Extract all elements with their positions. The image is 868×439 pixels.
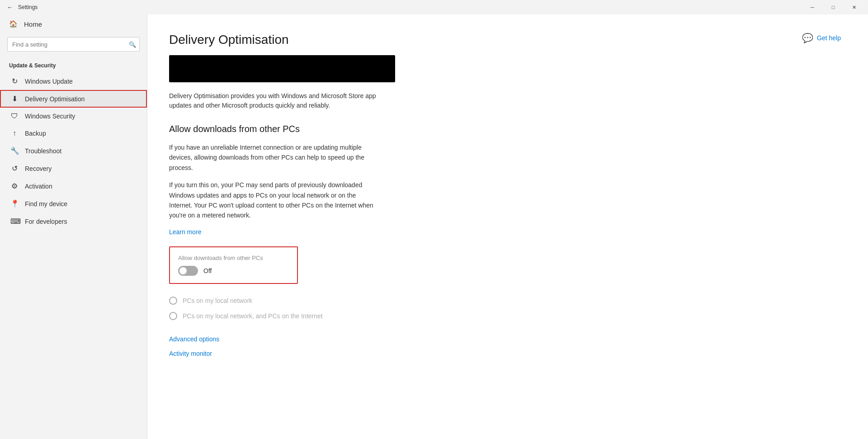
sidebar-item-find-my-device[interactable]: 📍 Find my device [0, 195, 147, 212]
window-controls: ─ □ ✕ [802, 0, 864, 14]
sidebar-item-home[interactable]: 🏠 Home [0, 14, 147, 33]
sidebar-item-activation[interactable]: ⚙ Activation [0, 177, 147, 195]
sidebar-item-label: Activation [25, 183, 52, 190]
radio-option-local[interactable]: PCs on my local network [169, 297, 846, 305]
sidebar-item-label: Backup [25, 130, 46, 137]
sidebar-item-backup[interactable]: ↑ Backup [0, 125, 147, 142]
toggle-state-label: Off [203, 267, 212, 274]
home-label: Home [24, 20, 42, 28]
back-icon: ← [7, 4, 13, 11]
toggle-knob [179, 267, 187, 274]
titlebar-title: Settings [18, 4, 38, 10]
troubleshoot-icon: 🔧 [10, 146, 19, 155]
desc-paragraph1: If you have an unreliable Internet conne… [169, 142, 377, 173]
search-container: 🔍 [7, 37, 140, 52]
learn-more-link[interactable]: Learn more [169, 228, 202, 236]
sidebar-item-recovery[interactable]: ↺ Recovery [0, 160, 147, 177]
radio-button-internet[interactable] [169, 312, 177, 320]
delivery-optimisation-icon: ⬇ [10, 94, 19, 103]
sidebar-item-windows-update[interactable]: ↻ Windows Update [0, 72, 147, 90]
desc-paragraph2: If you turn this on, your PC may send pa… [169, 180, 377, 221]
search-icon: 🔍 [129, 41, 136, 48]
page-description: Delivery Optimisation provides you with … [169, 91, 377, 110]
radio-label-internet: PCs on my local network, and PCs on the … [183, 312, 323, 320]
sidebar: 🏠 Home 🔍 Update & Security ↻ Windows Upd… [0, 14, 147, 439]
search-input[interactable] [7, 37, 140, 52]
sidebar-item-label: Recovery [25, 165, 52, 172]
help-icon: 💬 [802, 33, 813, 43]
windows-update-icon: ↻ [10, 77, 19, 85]
windows-security-icon: 🛡 [10, 112, 19, 120]
sidebar-item-for-developers[interactable]: ⌨ For developers [0, 212, 147, 230]
sidebar-item-label: Find my device [25, 200, 67, 208]
sidebar-item-label: Troubleshoot [25, 147, 61, 155]
get-help-label: Get help [817, 34, 841, 42]
backup-icon: ↑ [10, 129, 19, 137]
radio-label-local: PCs on my local network [183, 297, 252, 304]
close-button[interactable]: ✕ [844, 0, 864, 14]
advanced-options-link[interactable]: Advanced options [169, 335, 846, 343]
activity-monitor-link[interactable]: Activity monitor [169, 350, 846, 357]
sidebar-item-label: Windows Security [25, 113, 75, 120]
main-content: 💬 Get help Delivery Optimisation Deliver… [147, 14, 868, 439]
back-button[interactable]: ← [4, 1, 16, 14]
sidebar-item-delivery-optimisation[interactable]: ⬇ Delivery Optimisation [0, 90, 147, 108]
app-body: 🏠 Home 🔍 Update & Security ↻ Windows Upd… [0, 14, 868, 439]
page-title: Delivery Optimisation [169, 33, 846, 47]
toggle-row: Off [178, 266, 289, 276]
toggle-switch[interactable] [178, 266, 198, 276]
section-title: Allow downloads from other PCs [169, 124, 846, 134]
radio-option-internet[interactable]: PCs on my local network, and PCs on the … [169, 312, 846, 320]
find-my-device-icon: 📍 [10, 199, 19, 208]
sidebar-item-label: Windows Update [25, 78, 73, 85]
black-banner [169, 55, 395, 82]
get-help-button[interactable]: 💬 Get help [802, 33, 841, 43]
activation-icon: ⚙ [10, 182, 19, 190]
sidebar-item-label: For developers [25, 218, 67, 225]
minimize-button[interactable]: ─ [802, 0, 823, 14]
home-icon: 🏠 [9, 20, 18, 28]
sidebar-item-label: Delivery Optimisation [25, 95, 85, 103]
maximize-button[interactable]: □ [823, 0, 844, 14]
sidebar-item-windows-security[interactable]: 🛡 Windows Security [0, 108, 147, 125]
for-developers-icon: ⌨ [10, 217, 19, 226]
sidebar-section-label: Update & Security [0, 55, 147, 72]
recovery-icon: ↺ [10, 164, 19, 173]
toggle-box: Allow downloads from other PCs Off [169, 246, 298, 284]
radio-button-local[interactable] [169, 297, 177, 305]
toggle-box-label: Allow downloads from other PCs [178, 255, 289, 261]
sidebar-item-troubleshoot[interactable]: 🔧 Troubleshoot [0, 142, 147, 160]
titlebar: ← Settings ─ □ ✕ [0, 0, 868, 14]
